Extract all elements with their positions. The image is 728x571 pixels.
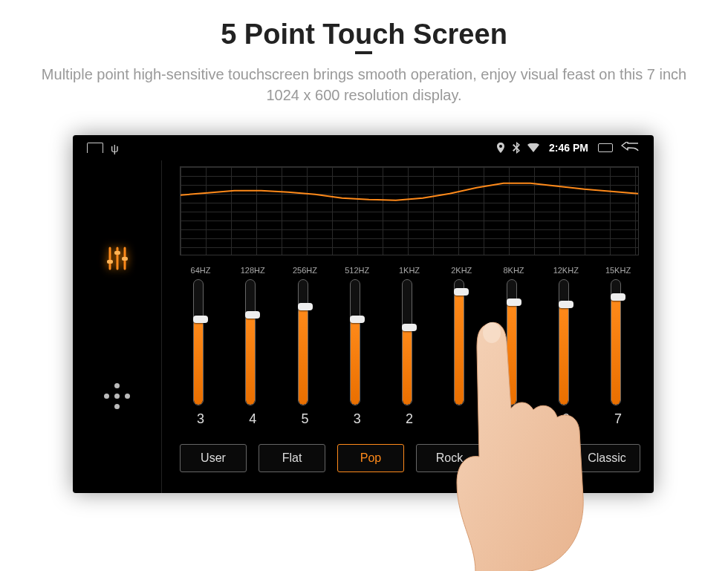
eq-freq-label: 12KHZ (553, 266, 579, 275)
eq-slider-track[interactable] (402, 279, 412, 405)
eq-slider-knob[interactable] (245, 311, 260, 319)
home-icon[interactable] (87, 143, 103, 153)
wifi-icon (527, 143, 539, 152)
eq-value-label: 5 (301, 411, 308, 427)
eq-slider-knob[interactable] (611, 293, 625, 301)
preset-button[interactable]: Flat (259, 444, 325, 472)
eq-value-label: 6 (562, 411, 570, 427)
eq-value-label: 7 (614, 411, 622, 427)
eq-slider[interactable]: 128HZ4 (232, 266, 273, 437)
eq-value-label: 3 (354, 411, 361, 427)
eq-freq-label: 1KHZ (399, 266, 420, 275)
sidebar (73, 160, 162, 493)
svg-rect-4 (114, 251, 120, 255)
eq-slider-knob[interactable] (507, 298, 521, 306)
eq-slider[interactable]: 15KHZ7 (597, 266, 639, 437)
eq-slider-track[interactable] (298, 279, 308, 405)
eq-slider[interactable]: 2KHZ (441, 266, 482, 437)
location-icon (496, 143, 505, 153)
eq-slider-knob[interactable] (402, 324, 417, 331)
eq-slider-track[interactable] (193, 279, 204, 405)
eq-slider[interactable]: 512HZ3 (337, 266, 378, 437)
eq-slider[interactable]: 64HZ3 (180, 266, 221, 437)
eq-slider[interactable]: 256HZ5 (285, 266, 326, 437)
page-title: 5 Point Touch Screen (0, 19, 728, 50)
eq-slider-knob[interactable] (350, 316, 365, 323)
eq-slider-track[interactable] (559, 279, 569, 405)
eq-curve-graph (180, 166, 639, 255)
recent-apps-icon[interactable] (598, 143, 613, 152)
eq-slider[interactable]: 1KHZ2 (389, 266, 430, 437)
status-time: 2:46 PM (549, 142, 588, 154)
eq-value-label: 3 (197, 411, 204, 427)
eq-freq-label: 64HZ (191, 266, 211, 275)
eq-freq-label: 512HZ (345, 266, 369, 275)
eq-freq-label: 256HZ (293, 266, 317, 275)
preset-button[interactable]: Rock (416, 444, 483, 472)
preset-button[interactable]: Classic (573, 444, 640, 472)
usb-icon: ψ (111, 142, 119, 154)
equalizer-panel: 64HZ3128HZ4256HZ5512HZ31KHZ22KHZ8KHZ12KH… (162, 160, 654, 493)
eq-slider-knob[interactable] (559, 301, 573, 308)
page-title-pre: 5 Point To (221, 19, 355, 50)
eq-slider-track[interactable] (245, 279, 256, 405)
eq-slider[interactable]: 12KHZ6 (545, 266, 587, 437)
svg-rect-5 (122, 257, 128, 261)
eq-slider-track[interactable] (454, 279, 464, 405)
eq-freq-label: 8KHZ (503, 266, 524, 275)
status-bar: ψ 2:46 PM (73, 135, 654, 160)
back-icon[interactable] (620, 142, 640, 154)
equalizer-icon[interactable] (103, 244, 132, 276)
device-screen: ψ 2:46 PM (73, 135, 654, 493)
preset-button[interactable] (495, 444, 562, 472)
svg-rect-3 (107, 260, 113, 264)
preset-button[interactable]: Pop (337, 444, 404, 472)
eq-slider-knob[interactable] (298, 303, 313, 310)
eq-slider[interactable]: 8KHZ (493, 266, 535, 437)
page-subtitle: Multiple point high-sensitive touchscree… (30, 64, 698, 105)
eq-slider-knob[interactable] (454, 288, 469, 296)
eq-value-label: 2 (406, 411, 413, 427)
eq-value-label: 4 (249, 411, 256, 427)
balance-icon[interactable] (104, 383, 131, 410)
eq-slider-knob[interactable] (193, 316, 208, 323)
eq-presets: UserFlatPopRockClassic (180, 444, 639, 472)
eq-freq-label: 15KHZ (605, 266, 631, 275)
page-title-u: u (355, 19, 372, 54)
page-title-post: ch Screen (372, 19, 507, 50)
eq-freq-label: 128HZ (241, 266, 265, 275)
eq-freq-label: 2KHZ (451, 266, 472, 275)
eq-sliders: 64HZ3128HZ4256HZ5512HZ31KHZ22KHZ8KHZ12KH… (180, 266, 639, 437)
eq-slider-track[interactable] (350, 279, 360, 405)
bluetooth-icon (513, 142, 520, 154)
preset-button[interactable]: User (180, 444, 247, 472)
